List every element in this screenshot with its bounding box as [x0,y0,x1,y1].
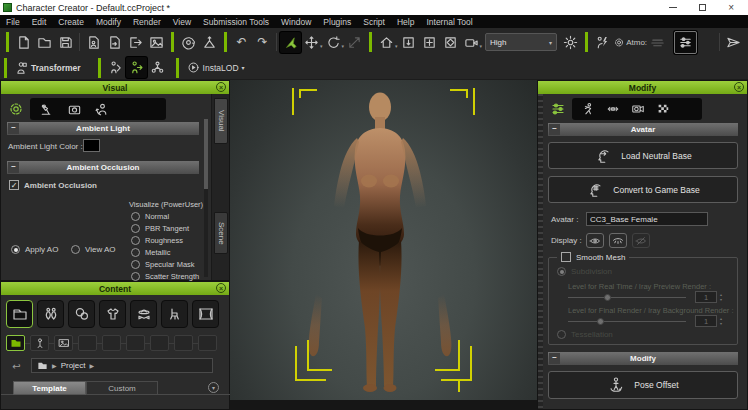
visual-settings-button[interactable] [674,31,697,54]
visualize-option-row[interactable]: Roughness [131,236,183,245]
quality-select[interactable]: High ▾ [485,33,557,51]
visual-panel-close-icon[interactable]: × [216,82,226,92]
scatter-strength-radio[interactable] [131,272,140,281]
menu-modify[interactable]: Modify [90,17,127,27]
export-button[interactable] [125,32,146,53]
ambient-occlusion-checkbox-row[interactable]: ✓ Ambient Occlusion [9,180,97,190]
texture-checker-icon[interactable] [656,102,670,116]
minimize-button[interactable] [669,7,677,8]
menu-file[interactable]: File [0,17,26,27]
smooth-mesh-checkbox-row[interactable]: Smooth Mesh [557,252,629,262]
breadcrumb-root[interactable]: Project [61,361,86,370]
open-project-button[interactable] [34,32,55,53]
import-content-button[interactable] [104,32,125,53]
category-stage-button[interactable] [192,300,219,328]
modify-section-header[interactable]: − Modify [548,352,738,365]
viewport[interactable] [230,80,537,410]
dynamic-light-button[interactable] [592,32,613,53]
collapse-icon[interactable]: − [549,124,560,135]
visual-panel-header[interactable]: Visual × [1,81,229,94]
modify-tab-attribute[interactable] [547,99,568,120]
category-project-button[interactable] [6,300,33,328]
content-panel-close-icon[interactable]: × [216,283,226,293]
tab-custom[interactable]: Custom [86,381,158,395]
subcategory-avatar-button[interactable] [30,335,49,351]
sim-preview-button[interactable] [723,32,744,53]
rotate-tool-button[interactable] [323,32,344,53]
metallic-radio[interactable] [131,248,140,257]
menu-submission-tools[interactable]: Submission Tools [197,17,275,27]
render-image-button[interactable] [146,32,167,53]
collapse-icon[interactable]: − [8,123,19,134]
modify-panel-scrollbar[interactable] [538,94,543,409]
edit-mesh-button[interactable] [126,57,147,78]
zoom-extents-button[interactable] [199,32,220,53]
smooth-mesh-checkbox[interactable] [561,252,571,262]
tab-template[interactable]: Template [13,381,86,395]
lamp-icon[interactable] [39,102,54,117]
ambient-occlusion-checkbox[interactable]: ✓ [9,180,19,190]
side-tab-scene[interactable]: Scene [214,212,228,254]
menu-help[interactable]: Help [391,17,420,27]
edit-pose-button[interactable] [105,57,126,78]
viewport-canvas[interactable] [230,80,537,400]
subcategory-image-button[interactable] [54,335,73,351]
frame-all-button[interactable] [419,32,440,53]
category-material-button[interactable] [68,300,95,328]
scrollbar-thumb[interactable] [204,119,208,189]
save-project-button[interactable] [55,32,76,53]
redo-button[interactable]: ↷ [252,32,273,53]
transform-pivot-icon[interactable] [606,102,620,116]
merge-mesh-button[interactable] [147,57,168,78]
convert-to-game-base-button[interactable]: Convert to Game Base [548,176,738,203]
ambient-light-section-header[interactable]: − Ambient Light [7,122,199,135]
collapse-icon[interactable]: − [549,353,560,364]
view-ao-radio-row[interactable]: View AO [71,245,116,254]
frame-texture-button[interactable] [440,32,461,53]
frame-subject-button[interactable] [398,32,419,53]
instalod-button[interactable]: InstaLOD ▾ [183,57,249,78]
video-camera-icon[interactable] [631,102,645,116]
pose-offset-button[interactable]: Pose Offset [548,371,738,399]
transformer-button[interactable]: Transformer [11,57,84,78]
apply-ao-radio[interactable] [11,245,20,254]
visualize-option-row[interactable]: PBR Tangent [131,224,189,233]
import-avatar-button[interactable] [83,32,104,53]
move-tool-button[interactable] [301,32,322,53]
normal-radio[interactable] [131,212,140,221]
visualize-option-row[interactable]: Specular Mask [131,260,195,269]
category-accessory-button[interactable] [130,300,157,328]
avatar-name-input[interactable] [586,212,708,226]
menu-edit[interactable]: Edit [26,17,53,27]
apply-ao-radio-row[interactable]: Apply AO [11,245,58,254]
content-panel-header[interactable]: Content × [1,282,229,295]
menu-view[interactable]: View [167,17,197,27]
maximize-button[interactable] [699,4,706,11]
menu-render[interactable]: Render [127,17,167,27]
roughness-radio[interactable] [131,236,140,245]
menu-internal-tool[interactable]: Internal Tool [420,17,478,27]
ambient-light-color-swatch[interactable] [83,139,100,152]
modify-panel-header[interactable]: Modify × [538,81,747,94]
atmosphere-button[interactable]: Atmo: [613,32,647,53]
view-ao-radio[interactable] [71,245,80,254]
menu-create[interactable]: Create [52,17,90,27]
camera-view-button[interactable] [461,32,482,53]
projector-icon[interactable] [67,102,82,117]
display-eyelash-button[interactable] [609,233,627,248]
specular-mask-radio[interactable] [131,260,140,269]
content-expand-chevron[interactable]: ▾ [208,382,219,393]
menu-plugins[interactable]: Plugins [317,17,357,27]
subcategory-folder-button[interactable] [6,335,25,351]
visualize-option-row[interactable]: Normal [131,212,169,221]
display-eye-button[interactable] [586,233,604,248]
runner-icon[interactable] [581,102,595,116]
breadcrumb[interactable]: ▶ Project ▶ [31,358,213,373]
load-neutral-base-button[interactable]: Load Neutral Base [548,142,738,169]
preview-light-button[interactable] [560,32,581,53]
visual-tab-settings[interactable] [5,99,26,120]
menu-script[interactable]: Script [357,17,391,27]
ambient-occlusion-section-header[interactable]: − Ambient Occlusion [7,161,199,174]
category-actor-button[interactable] [37,300,64,328]
home-view-button[interactable] [376,32,397,53]
